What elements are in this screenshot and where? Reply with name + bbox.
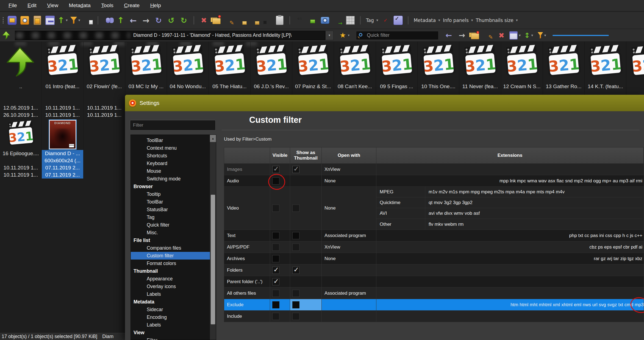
menu-item[interactable]: Tools — [96, 1, 118, 10]
visible-checkbox[interactable] — [272, 255, 279, 262]
tagged-selection[interactable] — [393, 14, 404, 27]
settings-tree-item[interactable]: Sidecar — [131, 306, 216, 313]
file-thumbnail[interactable]: 01 Intro (feat... 10.11.2019 1... 10.11.… — [42, 42, 84, 119]
visible-checkbox[interactable] — [272, 290, 279, 297]
settings-tree-item[interactable]: Format colors — [131, 260, 216, 267]
settings-tree-item[interactable]: Tooltip — [131, 190, 216, 198]
settings-tree-item[interactable]: Labels — [131, 290, 216, 298]
settings-tree-item[interactable]: Browser — [131, 183, 216, 190]
settings-tree-item[interactable]: ToolBar — [131, 136, 216, 144]
export[interactable] — [332, 14, 343, 27]
redo[interactable] — [178, 14, 189, 27]
toolbar-button[interactable] — [408, 16, 409, 24]
copy-to[interactable] — [236, 14, 247, 27]
new-folder[interactable] — [470, 30, 480, 41]
settings-tree-item[interactable]: Context menu — [131, 144, 216, 152]
nav-back[interactable] — [443, 30, 454, 41]
toolbar-button[interactable] — [360, 16, 361, 24]
show-as-thumbnail-checkbox[interactable] — [292, 267, 299, 274]
undo[interactable] — [166, 14, 177, 27]
settings-filter-input[interactable] — [130, 120, 216, 130]
paste[interactable] — [32, 14, 43, 27]
settings-tree-item[interactable]: Switching mode — [131, 175, 216, 183]
file-thumbnail[interactable]: 02 Flowin' (fe... 10.11.2019 1... 10.11.… — [84, 42, 125, 119]
toolbar-button[interactable] — [289, 16, 290, 24]
capture[interactable] — [320, 14, 331, 27]
settings-tree-item[interactable]: Misc. — [131, 229, 216, 236]
menu-item[interactable]: Metadata — [64, 1, 95, 10]
sort-order[interactable] — [523, 30, 534, 41]
table-row[interactable]: Images XnView — [224, 164, 644, 175]
show-as-thumbnail-checkbox[interactable] — [292, 244, 299, 251]
visible-checkbox[interactable] — [272, 205, 279, 212]
delete[interactable] — [496, 30, 507, 41]
scroll-up-icon[interactable]: ▲ — [210, 135, 216, 142]
settings-tree-item[interactable]: Labels — [131, 321, 216, 329]
favorites-dropdown-icon[interactable]: ▼ — [347, 34, 350, 37]
table-row[interactable]: Video None — [224, 187, 644, 230]
go-back[interactable] — [128, 14, 139, 27]
view-thumbnails[interactable] — [45, 14, 55, 27]
nav-forward[interactable] — [457, 30, 467, 41]
copy-path[interactable] — [294, 14, 305, 27]
settings-tree-item[interactable]: Custom filter — [131, 252, 216, 260]
visible-checkbox[interactable] — [272, 166, 279, 173]
visible-checkbox[interactable] — [272, 278, 279, 285]
visible-checkbox[interactable] — [272, 301, 279, 308]
settings-tree-item[interactable]: Metadata — [131, 298, 216, 306]
table-row[interactable]: Parent folder ('..') — [224, 276, 644, 288]
table-row[interactable]: Include — [224, 311, 644, 322]
show-as-thumbnail-checkbox[interactable] — [292, 166, 299, 173]
visible-checkbox[interactable] — [272, 267, 279, 274]
visible-checkbox[interactable] — [272, 177, 279, 185]
file-thumbnail[interactable]: 16 Epiloogue.... 10.11.2019 1... 10.11.2… — [0, 119, 42, 179]
go-up-icon[interactable] — [2, 31, 11, 40]
quick-filter-input[interactable] — [356, 31, 438, 40]
tree-scrollbar[interactable]: ▲ — [210, 135, 216, 340]
toolbar-button[interactable] — [98, 16, 98, 24]
menu-item[interactable]: File — [4, 1, 22, 10]
visible-checkbox[interactable] — [272, 313, 279, 320]
favorites-star-icon[interactable]: ★ — [340, 31, 346, 40]
settings-tree-item[interactable]: Overlay icons — [131, 283, 216, 290]
filter[interactable] — [537, 30, 547, 41]
dialog-title-bar[interactable]: Settings — [125, 95, 644, 111]
settings-tree-item[interactable]: Companion files — [131, 244, 216, 252]
settings-tree-item[interactable]: StatusBar — [131, 206, 216, 213]
settings-tree-item[interactable]: Appearance — [131, 275, 216, 283]
browser-mode[interactable] — [7, 14, 18, 27]
settings-tree-item[interactable]: Thumbnail — [131, 267, 216, 275]
view-mode[interactable] — [509, 30, 521, 41]
file-thumbnail[interactable]: DIAMOND Diamond D - ... 600x600x24 (... … — [42, 119, 84, 179]
new-folder[interactable] — [211, 14, 222, 27]
toolbar-grip[interactable] — [1, 14, 5, 27]
settings-tree-item[interactable]: File list — [131, 236, 216, 244]
table-row[interactable]: Exclude — [224, 299, 644, 311]
show-as-thumbnail-checkbox[interactable] — [292, 290, 299, 297]
metadata-menu[interactable]: Metadata — [413, 14, 440, 27]
clipboard[interactable] — [274, 14, 285, 27]
toolbar-button[interactable] — [193, 16, 194, 24]
settings-tree-item[interactable]: Filter — [131, 336, 216, 340]
file-thumbnail[interactable]: .. 12.05.2019 1... 26.10.2019 1... — [0, 42, 42, 119]
move-to[interactable] — [249, 14, 260, 27]
visible-checkbox[interactable] — [272, 244, 279, 251]
table-row[interactable]: Folders — [224, 264, 644, 276]
scrollbar-thumb[interactable] — [211, 195, 215, 324]
path-dropdown-button[interactable]: ▼ — [325, 31, 334, 40]
tag-menu[interactable]: Tag — [365, 14, 378, 27]
menu-item[interactable]: Edit — [23, 1, 41, 10]
viewer-mode[interactable] — [19, 14, 30, 27]
settings-tree-item[interactable]: Quick filter — [131, 221, 216, 229]
contact-sheet[interactable] — [345, 14, 356, 27]
search[interactable] — [102, 14, 113, 27]
visible-checkbox[interactable] — [272, 232, 279, 239]
settings-tree-item[interactable]: Shortcuts — [131, 152, 216, 160]
table-row[interactable]: Audio None — [224, 175, 644, 187]
edit-path[interactable] — [483, 30, 493, 41]
go-up[interactable] — [115, 14, 126, 27]
filter[interactable] — [70, 14, 81, 27]
info-panels-menu[interactable]: Info panels — [442, 14, 473, 27]
thumbnail-size-slider[interactable] — [553, 35, 609, 36]
table-row[interactable]: Text Associated program — [224, 230, 644, 241]
